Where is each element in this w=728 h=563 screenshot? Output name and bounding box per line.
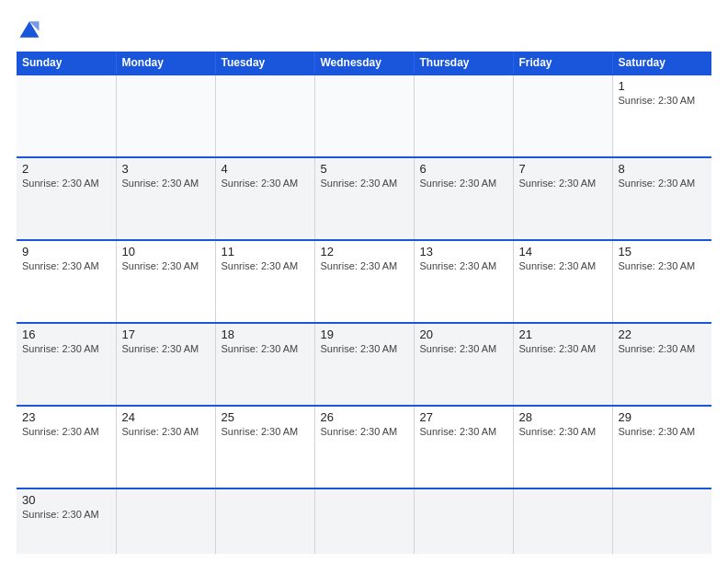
calendar-cell: 23Sunrise: 2:30 AM xyxy=(17,406,116,488)
calendar-cell: 12Sunrise: 2:30 AM xyxy=(314,240,414,323)
calendar-cell: 6Sunrise: 2:30 AM xyxy=(414,157,513,240)
day-number: 20 xyxy=(420,327,507,341)
day-number: 27 xyxy=(420,410,507,424)
calendar-cell: 19Sunrise: 2:30 AM xyxy=(314,323,414,406)
calendar-cell: 25Sunrise: 2:30 AM xyxy=(215,406,314,488)
day-header-wednesday: Wednesday xyxy=(314,52,414,75)
sunrise-text: Sunrise: 2:30 AM xyxy=(122,343,199,354)
calendar-row: 30Sunrise: 2:30 AM xyxy=(17,488,711,554)
sunrise-text: Sunrise: 2:30 AM xyxy=(519,260,597,271)
sunrise-text: Sunrise: 2:30 AM xyxy=(619,260,696,271)
calendar-cell xyxy=(215,488,314,554)
sunrise-text: Sunrise: 2:30 AM xyxy=(22,426,99,437)
calendar-cell: 16Sunrise: 2:30 AM xyxy=(17,323,116,406)
sunrise-text: Sunrise: 2:30 AM xyxy=(222,426,299,437)
sunrise-text: Sunrise: 2:30 AM xyxy=(619,343,696,354)
day-number: 13 xyxy=(420,245,507,259)
day-number: 5 xyxy=(321,162,408,176)
day-number: 11 xyxy=(222,245,309,259)
calendar-cell: 21Sunrise: 2:30 AM xyxy=(513,323,612,406)
calendar-cell: 17Sunrise: 2:30 AM xyxy=(116,323,215,406)
calendar-header-row: SundayMondayTuesdayWednesdayThursdayFrid… xyxy=(17,52,711,75)
sunrise-text: Sunrise: 2:30 AM xyxy=(321,178,398,189)
day-number: 26 xyxy=(321,410,408,424)
calendar-cell: 14Sunrise: 2:30 AM xyxy=(513,240,612,323)
sunrise-text: Sunrise: 2:30 AM xyxy=(222,178,299,189)
calendar-cell xyxy=(215,75,314,157)
calendar-cell: 24Sunrise: 2:30 AM xyxy=(116,406,215,488)
sunrise-text: Sunrise: 2:30 AM xyxy=(122,178,199,189)
calendar-cell: 10Sunrise: 2:30 AM xyxy=(116,240,215,323)
day-number: 15 xyxy=(619,245,707,259)
logo xyxy=(17,17,46,42)
calendar-cell: 8Sunrise: 2:30 AM xyxy=(612,157,711,240)
sunrise-text: Sunrise: 2:30 AM xyxy=(321,426,398,437)
calendar: SundayMondayTuesdayWednesdayThursdayFrid… xyxy=(17,52,711,554)
calendar-cell xyxy=(612,488,711,554)
calendar-cell: 28Sunrise: 2:30 AM xyxy=(513,406,612,488)
day-number: 4 xyxy=(222,162,309,176)
calendar-row: 23Sunrise: 2:30 AM24Sunrise: 2:30 AM25Su… xyxy=(17,406,711,488)
day-number: 7 xyxy=(519,162,607,176)
sunrise-text: Sunrise: 2:30 AM xyxy=(122,260,199,271)
day-number: 25 xyxy=(222,410,309,424)
calendar-cell: 4Sunrise: 2:30 AM xyxy=(215,157,314,240)
calendar-cell: 1Sunrise: 2:30 AM xyxy=(612,75,711,157)
calendar-cell: 22Sunrise: 2:30 AM xyxy=(612,323,711,406)
day-number: 1 xyxy=(619,79,707,93)
day-number: 2 xyxy=(22,162,110,176)
day-number: 14 xyxy=(519,245,607,259)
sunrise-text: Sunrise: 2:30 AM xyxy=(519,343,597,354)
calendar-cell xyxy=(314,75,414,157)
calendar-cell xyxy=(116,75,215,157)
day-number: 30 xyxy=(22,493,110,507)
day-number: 17 xyxy=(122,327,210,341)
calendar-row: 1Sunrise: 2:30 AM xyxy=(17,75,711,157)
day-number: 16 xyxy=(22,327,110,341)
calendar-cell: 5Sunrise: 2:30 AM xyxy=(314,157,414,240)
calendar-cell xyxy=(513,488,612,554)
sunrise-text: Sunrise: 2:30 AM xyxy=(619,178,696,189)
calendar-cell xyxy=(17,75,116,157)
sunrise-text: Sunrise: 2:30 AM xyxy=(222,343,299,354)
day-number: 9 xyxy=(22,245,110,259)
day-header-monday: Monday xyxy=(116,52,215,75)
calendar-cell: 7Sunrise: 2:30 AM xyxy=(513,157,612,240)
day-number: 19 xyxy=(321,327,408,341)
day-number: 28 xyxy=(519,410,607,424)
day-number: 10 xyxy=(122,245,210,259)
calendar-cell: 9Sunrise: 2:30 AM xyxy=(17,240,116,323)
sunrise-text: Sunrise: 2:30 AM xyxy=(519,178,597,189)
calendar-row: 9Sunrise: 2:30 AM10Sunrise: 2:30 AM11Sun… xyxy=(17,240,711,323)
calendar-cell: 2Sunrise: 2:30 AM xyxy=(17,157,116,240)
calendar-cell: 18Sunrise: 2:30 AM xyxy=(215,323,314,406)
day-header-sunday: Sunday xyxy=(17,52,116,75)
day-number: 6 xyxy=(420,162,507,176)
sunrise-text: Sunrise: 2:30 AM xyxy=(420,178,497,189)
calendar-cell: 11Sunrise: 2:30 AM xyxy=(215,240,314,323)
day-number: 3 xyxy=(122,162,210,176)
calendar-cell: 13Sunrise: 2:30 AM xyxy=(414,240,513,323)
calendar-cell xyxy=(513,75,612,157)
day-number: 29 xyxy=(619,410,707,424)
calendar-cell: 30Sunrise: 2:30 AM xyxy=(17,488,116,554)
sunrise-text: Sunrise: 2:30 AM xyxy=(22,178,99,189)
day-header-friday: Friday xyxy=(513,52,612,75)
sunrise-text: Sunrise: 2:30 AM xyxy=(619,95,696,106)
sunrise-text: Sunrise: 2:30 AM xyxy=(321,343,398,354)
sunrise-text: Sunrise: 2:30 AM xyxy=(122,426,199,437)
sunrise-text: Sunrise: 2:30 AM xyxy=(22,260,99,271)
day-number: 21 xyxy=(519,327,607,341)
logo-icon xyxy=(17,17,42,42)
calendar-cell xyxy=(414,488,513,554)
calendar-cell: 29Sunrise: 2:30 AM xyxy=(612,406,711,488)
day-number: 18 xyxy=(222,327,309,341)
day-number: 23 xyxy=(22,410,110,424)
day-header-tuesday: Tuesday xyxy=(215,52,314,75)
header xyxy=(17,17,711,42)
day-number: 22 xyxy=(619,327,707,341)
sunrise-text: Sunrise: 2:30 AM xyxy=(222,260,299,271)
calendar-cell: 26Sunrise: 2:30 AM xyxy=(314,406,414,488)
calendar-cell: 20Sunrise: 2:30 AM xyxy=(414,323,513,406)
calendar-cell: 15Sunrise: 2:30 AM xyxy=(612,240,711,323)
